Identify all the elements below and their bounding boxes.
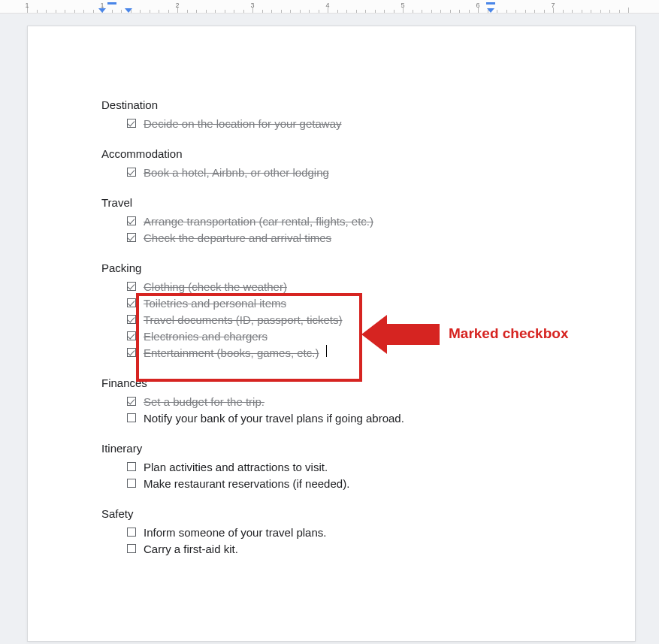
ruler-number: 5	[401, 2, 404, 9]
list-item[interactable]: Carry a first-aid kit.	[127, 541, 561, 558]
checkbox-unchecked-icon[interactable]	[127, 479, 136, 488]
checklist-item-text[interactable]: Book a hotel, Airbnb, or other lodging	[144, 165, 329, 181]
indent-marker-icon[interactable]	[125, 8, 132, 13]
indent-marker-icon[interactable]	[487, 8, 494, 13]
section-heading[interactable]: Destination	[101, 98, 561, 111]
ruler-number: 4	[325, 2, 329, 9]
checklist-item-text[interactable]: Check the departure and arrival times	[144, 230, 331, 246]
checkbox-checked-icon[interactable]	[127, 233, 136, 242]
checklist: Set a budget for the trip.Notify your ba…	[127, 394, 561, 427]
viewport: 11234567 DestinationDecide on the locati…	[0, 0, 659, 644]
section: ItineraryPlan activities and attractions…	[101, 442, 561, 492]
checklist-item-text[interactable]: Make restaurant reservations (if needed)…	[144, 476, 349, 492]
section: AccommodationBook a hotel, Airbnb, or ot…	[101, 147, 561, 181]
checklist-item-text[interactable]: Decide on the location for your getaway	[144, 116, 342, 132]
list-item[interactable]: Entertainment (books, games, etc.)	[127, 345, 561, 361]
checkbox-unchecked-icon[interactable]	[127, 544, 136, 553]
list-item[interactable]: Check the departure and arrival times	[127, 230, 561, 246]
list-item[interactable]: Inform someone of your travel plans.	[127, 525, 561, 541]
section-heading[interactable]: Finances	[101, 376, 561, 389]
section-heading[interactable]: Travel	[101, 196, 561, 209]
checklist-item-text[interactable]: Arrange transportation (car rental, flig…	[144, 213, 373, 230]
section: DestinationDecide on the location for yo…	[101, 98, 561, 132]
checkbox-checked-icon[interactable]	[127, 397, 136, 406]
ruler-number: 2	[175, 2, 179, 9]
list-item[interactable]: Book a hotel, Airbnb, or other lodging	[127, 165, 561, 181]
checklist-item-text[interactable]: Entertainment (books, games, etc.)	[144, 345, 319, 361]
checkbox-checked-icon[interactable]	[127, 216, 136, 225]
section: TravelArrange transportation (car rental…	[101, 196, 561, 246]
text-caret	[326, 345, 327, 357]
checkbox-checked-icon[interactable]	[127, 331, 136, 340]
ruler-number: 1	[25, 2, 29, 9]
checkbox-unchecked-icon[interactable]	[127, 528, 136, 537]
ruler-number: 6	[476, 2, 479, 9]
checkbox-checked-icon[interactable]	[127, 298, 136, 307]
indent-marker-icon[interactable]	[107, 2, 116, 5]
checkbox-unchecked-icon[interactable]	[127, 413, 136, 422]
checklist: Clothing (check the weather)Toiletries a…	[127, 279, 561, 361]
checklist: Plan activities and attractions to visit…	[127, 459, 561, 492]
checklist-item-text[interactable]: Inform someone of your travel plans.	[144, 525, 326, 541]
checklist: Decide on the location for your getaway	[127, 116, 561, 132]
ruler-number: 7	[551, 2, 555, 9]
indent-marker-icon[interactable]	[98, 8, 106, 13]
section: FinancesSet a budget for the trip.Notify…	[101, 376, 561, 427]
checkbox-checked-icon[interactable]	[127, 348, 136, 357]
document-page[interactable]: DestinationDecide on the location for yo…	[27, 26, 636, 642]
checklist-item-text[interactable]: Set a budget for the trip.	[144, 394, 265, 410]
section-heading[interactable]: Itinerary	[101, 442, 561, 455]
list-item[interactable]: Toiletries and personal items	[127, 295, 561, 312]
checklist-item-text[interactable]: Travel documents (ID, passport, tickets)	[144, 312, 343, 328]
checklist-item-text[interactable]: Plan activities and attractions to visit…	[144, 459, 328, 476]
checklist: Inform someone of your travel plans.Carr…	[127, 525, 561, 558]
checkbox-checked-icon[interactable]	[127, 168, 136, 177]
checklist-item-text[interactable]: Notify your bank of your travel plans if…	[144, 410, 404, 427]
section-heading[interactable]: Packing	[101, 262, 561, 274]
list-item[interactable]: Set a budget for the trip.	[127, 394, 561, 410]
annotation-label: Marked checkbox	[449, 325, 568, 342]
ruler-number: 3	[250, 2, 254, 9]
checkbox-checked-icon[interactable]	[127, 282, 136, 291]
checklist-item-text[interactable]: Electronics and chargers	[144, 328, 268, 345]
checkbox-checked-icon[interactable]	[127, 119, 136, 128]
checklist-item-text[interactable]: Carry a first-aid kit.	[144, 541, 238, 558]
section-heading[interactable]: Accommodation	[101, 147, 561, 160]
list-item[interactable]: Plan activities and attractions to visit…	[127, 459, 561, 476]
section: PackingClothing (check the weather)Toile…	[101, 262, 561, 361]
section: SafetyInform someone of your travel plan…	[101, 507, 561, 558]
list-item[interactable]: Arrange transportation (car rental, flig…	[127, 213, 561, 230]
checklist-item-text[interactable]: Clothing (check the weather)	[144, 279, 287, 295]
page-content[interactable]: DestinationDecide on the location for yo…	[28, 26, 635, 603]
list-item[interactable]: Decide on the location for your getaway	[127, 116, 561, 132]
checklist: Arrange transportation (car rental, flig…	[127, 213, 561, 246]
checkbox-checked-icon[interactable]	[127, 315, 136, 324]
indent-marker-icon[interactable]	[486, 2, 495, 5]
list-item[interactable]: Notify your bank of your travel plans if…	[127, 410, 561, 427]
checklist: Book a hotel, Airbnb, or other lodging	[127, 165, 561, 181]
checklist-item-text[interactable]: Toiletries and personal items	[144, 295, 286, 312]
section-heading[interactable]: Safety	[101, 507, 561, 520]
list-item[interactable]: Make restaurant reservations (if needed)…	[127, 476, 561, 492]
checkbox-unchecked-icon[interactable]	[127, 462, 136, 471]
horizontal-ruler: 11234567	[0, 0, 659, 14]
list-item[interactable]: Clothing (check the weather)	[127, 279, 561, 295]
